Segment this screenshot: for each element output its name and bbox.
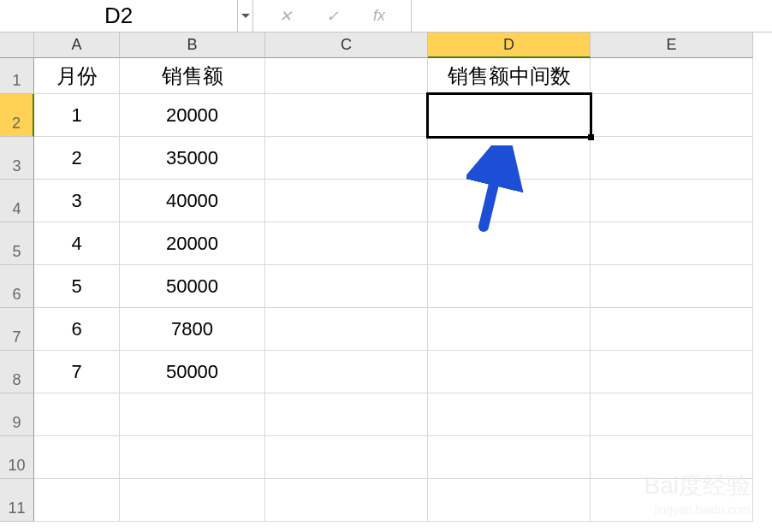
cell-D5[interactable] — [428, 222, 591, 265]
cell-B8[interactable]: 50000 — [120, 351, 265, 393]
cell-E9[interactable] — [591, 393, 753, 436]
row-header-2[interactable]: 2 — [0, 94, 34, 137]
cell-B10[interactable] — [120, 436, 265, 479]
cell-D1[interactable]: 销售额中间数 — [428, 58, 591, 94]
cell-D7[interactable] — [428, 308, 591, 351]
cell-C4[interactable] — [265, 180, 428, 222]
cell-C11[interactable] — [265, 479, 428, 522]
cell-E2[interactable] — [591, 94, 753, 137]
cell-D6[interactable] — [428, 265, 591, 308]
cell-B11[interactable] — [120, 479, 265, 522]
cell-C9[interactable] — [265, 393, 428, 436]
row-header-1[interactable]: 1 — [0, 58, 34, 94]
row-header-3[interactable]: 3 — [0, 137, 34, 180]
col-header-E[interactable]: E — [591, 33, 753, 58]
cell-B6[interactable]: 50000 — [120, 265, 265, 308]
cell-C10[interactable] — [265, 436, 428, 479]
row-header-9[interactable]: 9 — [0, 393, 34, 436]
cell-E11[interactable] — [591, 479, 753, 522]
spreadsheet-grid[interactable]: A B C D E 1 月份 销售额 销售额中间数 2 1 20000 3 2 … — [0, 33, 772, 522]
cell-C2[interactable] — [265, 94, 428, 137]
cell-E5[interactable] — [591, 222, 753, 265]
cell-A10[interactable] — [34, 436, 120, 479]
cell-B5[interactable]: 20000 — [120, 222, 265, 265]
cancel-icon[interactable]: ✕ — [279, 7, 292, 26]
cell-E1[interactable] — [591, 58, 753, 94]
chevron-down-icon — [241, 14, 250, 19]
cell-E4[interactable] — [591, 180, 753, 222]
row-header-11[interactable]: 11 — [0, 479, 34, 522]
cell-D2[interactable] — [428, 94, 591, 137]
formula-input[interactable] — [411, 0, 772, 32]
cell-B1[interactable]: 销售额 — [120, 58, 265, 94]
cell-C5[interactable] — [265, 222, 428, 265]
cell-A4[interactable]: 3 — [34, 180, 120, 222]
formula-bar: D2 ✕ ✓ fx — [0, 0, 772, 33]
fx-icon[interactable]: fx — [373, 7, 385, 25]
confirm-icon[interactable]: ✓ — [326, 7, 339, 26]
cell-A1[interactable]: 月份 — [34, 58, 120, 94]
cell-C1[interactable] — [265, 58, 428, 94]
row-header-6[interactable]: 6 — [0, 265, 34, 308]
cell-E10[interactable] — [591, 436, 753, 479]
cell-A8[interactable]: 7 — [34, 351, 120, 393]
cell-D9[interactable] — [428, 393, 591, 436]
cell-A5[interactable]: 4 — [34, 222, 120, 265]
cell-C7[interactable] — [265, 308, 428, 351]
cell-D10[interactable] — [428, 436, 591, 479]
cell-A3[interactable]: 2 — [34, 137, 120, 180]
cell-A7[interactable]: 6 — [34, 308, 120, 351]
cell-B4[interactable]: 40000 — [120, 180, 265, 222]
row-header-4[interactable]: 4 — [0, 180, 34, 222]
row-header-7[interactable]: 7 — [0, 308, 34, 351]
cell-E6[interactable] — [591, 265, 753, 308]
cell-C6[interactable] — [265, 265, 428, 308]
row-header-8[interactable]: 8 — [0, 351, 34, 393]
cell-D4[interactable] — [428, 180, 591, 222]
col-header-A[interactable]: A — [34, 33, 120, 58]
name-box-dropdown[interactable] — [238, 0, 253, 32]
cell-B9[interactable] — [120, 393, 265, 436]
col-header-B[interactable]: B — [120, 33, 265, 58]
formula-icon-group: ✕ ✓ fx — [253, 7, 411, 26]
select-all-corner[interactable] — [0, 33, 34, 58]
name-box[interactable]: D2 — [0, 0, 238, 32]
cell-C3[interactable] — [265, 137, 428, 180]
cell-D8[interactable] — [428, 351, 591, 393]
cell-A6[interactable]: 5 — [34, 265, 120, 308]
cell-A9[interactable] — [34, 393, 120, 436]
cell-B2[interactable]: 20000 — [120, 94, 265, 137]
cell-C8[interactable] — [265, 351, 428, 393]
cell-D11[interactable] — [428, 479, 591, 522]
cell-A11[interactable] — [34, 479, 120, 522]
cell-E3[interactable] — [591, 137, 753, 180]
cell-D3[interactable] — [428, 137, 591, 180]
col-header-C[interactable]: C — [265, 33, 428, 58]
cell-B3[interactable]: 35000 — [120, 137, 265, 180]
cell-E7[interactable] — [591, 308, 753, 351]
cell-A2[interactable]: 1 — [34, 94, 120, 137]
col-header-D[interactable]: D — [428, 33, 591, 58]
cell-E8[interactable] — [591, 351, 753, 393]
row-header-5[interactable]: 5 — [0, 222, 34, 265]
row-header-10[interactable]: 10 — [0, 436, 34, 479]
cell-B7[interactable]: 7800 — [120, 308, 265, 351]
